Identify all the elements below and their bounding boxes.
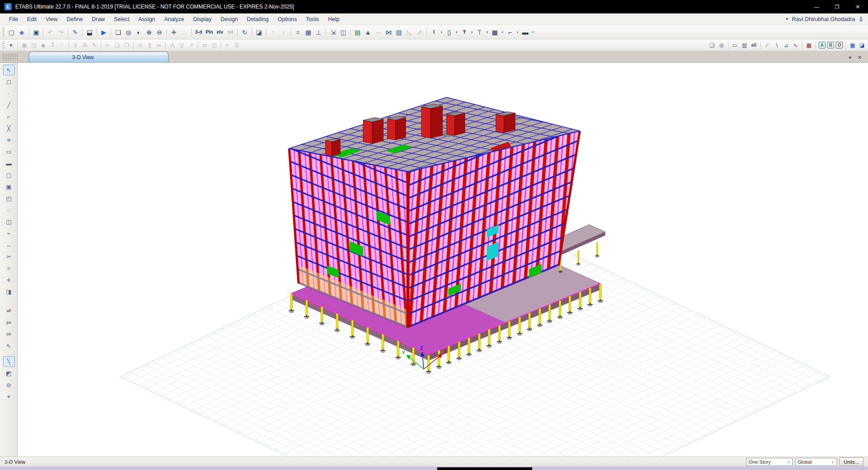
save-model-button[interactable]: ▣ — [31, 27, 41, 37]
draw-links-button[interactable]: ⌁ — [3, 228, 15, 239]
wall-properties-button[interactable]: ▯ — [444, 27, 454, 37]
run-analysis-button[interactable]: ▶ — [99, 27, 108, 37]
link-properties-button[interactable]: ⌐ — [505, 27, 515, 37]
draw-joint-objects-button[interactable]: ∙ — [3, 88, 15, 99]
column-properties-button-dropdown[interactable]: ▾ — [485, 30, 490, 34]
menu-draw[interactable]: Draw — [87, 15, 109, 24]
lock-model-button[interactable]: ⬓ — [85, 27, 94, 37]
find-object-button[interactable]: ◎ — [717, 41, 726, 49]
previous-selection-button[interactable]: ps — [3, 317, 15, 328]
snap-options-button[interactable]: ⌖ — [3, 391, 15, 402]
draw-grid-button[interactable]: ⌗ — [3, 263, 15, 274]
model-view-canvas[interactable]: Z Y X — [18, 63, 868, 457]
draw-floor-objects-button[interactable]: ▢ — [3, 170, 15, 180]
select-all-button[interactable]: all — [3, 305, 15, 316]
column-properties-button[interactable]: ⊤ — [475, 27, 484, 37]
toolbar-grip[interactable] — [2, 41, 4, 49]
tab-close-button[interactable]: ✕ — [858, 55, 862, 61]
toolbar-grip[interactable] — [2, 27, 4, 37]
quick-draw-frame-button[interactable]: ⌐ — [3, 111, 15, 122]
units-button[interactable]: Units... — [839, 457, 864, 466]
user-area[interactable]: ▼ Ravi Dhirubhai Ghodadra ⇩ — [785, 16, 868, 23]
pan-button[interactable]: ✛ — [169, 27, 178, 37]
quick-draw-wall-button[interactable]: ▬ — [3, 158, 15, 169]
invert-selection-button[interactable]: ◩ — [3, 368, 15, 379]
draw-frame-objects-button[interactable]: ╱ — [3, 100, 15, 110]
menu-select[interactable]: Select — [109, 15, 134, 24]
zoom-out-button[interactable]: ⊖ — [155, 27, 164, 37]
object-shrink-toggle-button[interactable]: ⇲ — [328, 27, 338, 37]
menu-detailing[interactable]: Detailing — [243, 15, 273, 24]
perspective-toggle-button[interactable]: ◪ — [254, 27, 264, 37]
get-previous-selection-button[interactable]: ⇖ — [3, 340, 15, 351]
menu-help[interactable]: Help — [324, 15, 344, 24]
clear-selection-button[interactable]: clr — [3, 329, 15, 339]
deselect-button[interactable]: ⊘ — [3, 379, 15, 390]
draw-section-cut-button[interactable]: ✂ — [3, 251, 15, 262]
display-style-button[interactable]: ▧ — [394, 27, 404, 37]
menu-file[interactable]: File — [4, 15, 22, 24]
previous-zoom-button[interactable]: ◐ — [134, 27, 143, 37]
story-selector[interactable]: One Story ∨ — [746, 458, 793, 466]
tendon-properties-button[interactable]: Ŧ — [460, 27, 469, 37]
show-undeformed-button[interactable]: ▭ — [731, 41, 739, 49]
show-input-tables-button[interactable]: ▥ — [740, 41, 749, 49]
elevation-view-button[interactable]: elv — [215, 27, 225, 37]
plan-view-button[interactable]: Pln — [204, 27, 214, 37]
menu-options[interactable]: Options — [273, 15, 301, 24]
tab-list-dropdown[interactable]: ▾ — [849, 55, 851, 61]
draw-cladding-button[interactable]: ◨ — [3, 286, 15, 297]
show-label-o-button[interactable]: O — [836, 42, 843, 48]
draw-guide-line-button[interactable]: ∕ — [763, 41, 772, 49]
show-loads-button[interactable]: ▲ — [363, 27, 373, 37]
menu-display[interactable]: Display — [189, 15, 216, 24]
draw-guide-line-alt-button[interactable]: ∖ — [773, 41, 781, 49]
toolbar-options-dropdown[interactable]: ▾ — [7, 41, 15, 49]
show-report-button[interactable]: ◪ — [858, 41, 866, 49]
menu-assign[interactable]: Assign — [134, 15, 160, 24]
show-tables-button[interactable]: ▦ — [848, 41, 857, 49]
deck-properties-button[interactable]: ▦ — [490, 27, 499, 37]
menu-tools[interactable]: Tools — [301, 15, 323, 24]
restore-button[interactable]: ❐ — [827, 0, 847, 13]
menu-edit[interactable]: Edit — [22, 15, 41, 24]
draw-spline-button[interactable]: ∿ — [791, 41, 800, 49]
wall-properties-button-dropdown[interactable]: ▾ — [454, 30, 459, 34]
quick-draw-secondary-beams-button[interactable]: ≡ — [3, 135, 15, 145]
frame-properties-button[interactable]: I — [429, 27, 438, 37]
draw-mode-button[interactable]: ✎ — [70, 27, 80, 37]
zoom-in-button[interactable]: ⊕ — [144, 27, 154, 37]
show-frames-button[interactable]: ⋈ — [384, 27, 393, 37]
quick-draw-braces-button[interactable]: ╳ — [3, 123, 15, 134]
tendon-properties-button-dropdown[interactable]: ▾ — [469, 30, 474, 34]
show-selection-only-button[interactable]: ◫ — [339, 27, 348, 37]
menu-view[interactable]: View — [41, 15, 62, 24]
show-label-a-button[interactable]: A — [819, 42, 825, 48]
minimize-button[interactable]: — — [806, 0, 827, 13]
draw-wall-objects-button[interactable]: ▭ — [3, 146, 15, 157]
zoom-to-selection-button[interactable]: ❑ — [708, 41, 716, 49]
reshape-objects-button[interactable]: ◻ — [3, 76, 15, 87]
line-properties-button[interactable]: ▬ — [521, 27, 530, 37]
frame-properties-button-dropdown[interactable]: ▾ — [439, 30, 444, 34]
menu-design[interactable]: Design — [216, 15, 243, 24]
draw-wall-stacks-button[interactable]: ◫ — [3, 216, 15, 227]
coordinate-system-selector[interactable]: Global ∨ — [795, 458, 837, 466]
close-button[interactable]: ✕ — [847, 0, 868, 13]
show-all-button[interactable]: all — [750, 41, 758, 49]
display-options-button[interactable]: ▤ — [353, 27, 362, 37]
building-view-limits-button[interactable]: ⌗ — [293, 27, 303, 37]
select-pointer-button[interactable]: ↖ — [3, 65, 15, 75]
new-model-button[interactable]: ▢ — [7, 27, 16, 37]
show-axes-button[interactable]: ⊥ — [314, 27, 323, 37]
download-icon[interactable]: ⇩ — [858, 16, 864, 23]
menu-define[interactable]: Define — [62, 15, 87, 24]
tab-3d-view[interactable]: 3-D View — [29, 52, 169, 62]
plan-grid-toggle-button[interactable]: ▦ — [805, 41, 813, 49]
select-intersecting-line-button[interactable]: ╲ — [3, 356, 15, 367]
draw-reference-point-button[interactable]: ✛ — [3, 274, 15, 285]
deck-properties-button-dropdown[interactable]: ▾ — [500, 30, 505, 34]
open-model-button[interactable]: ◈ — [17, 27, 26, 37]
draw-rectangular-floor-button[interactable]: ▣ — [3, 181, 15, 192]
line-properties-button-dropdown[interactable]: ▾ — [530, 30, 535, 34]
